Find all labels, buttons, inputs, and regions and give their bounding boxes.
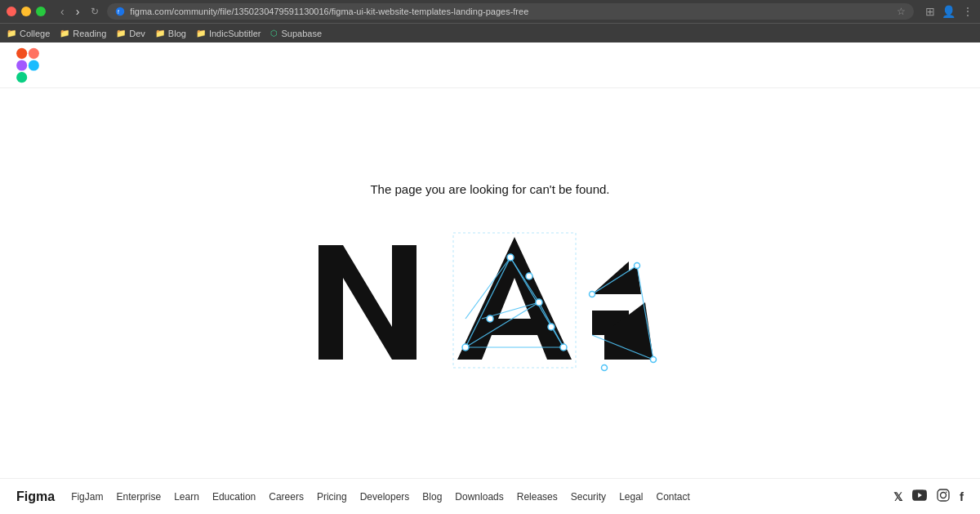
url-text: figma.com/community/file/135023047959113… xyxy=(130,7,892,16)
footer-link-developers[interactable]: Developers xyxy=(360,491,410,503)
address-bar[interactable]: f figma.com/community/file/1350230479591… xyxy=(107,3,914,20)
footer-link-releases[interactable]: Releases xyxy=(517,491,558,503)
folder-icon: 📁 xyxy=(155,29,165,38)
favicon: f xyxy=(115,7,125,16)
svg-point-38 xyxy=(941,492,947,498)
footer-link-security[interactable]: Security xyxy=(571,491,606,503)
footer-link-contact[interactable]: Contact xyxy=(657,491,690,503)
browser-titlebar: ‹ › ↻ f figma.com/community/file/1350230… xyxy=(0,0,980,23)
svg-rect-37 xyxy=(938,489,949,501)
footer-link-education[interactable]: Education xyxy=(212,491,256,503)
svg-marker-28 xyxy=(596,266,641,294)
svg-point-32 xyxy=(590,292,595,297)
svg-point-19 xyxy=(507,254,514,261)
footer: Figma FigJam Enterprise Learn Education … xyxy=(0,478,980,514)
svg-marker-7 xyxy=(318,245,416,360)
maximize-button[interactable] xyxy=(36,7,46,16)
bookmark-blog[interactable]: 📁 Blog xyxy=(155,29,186,38)
footer-links: FigJam Enterprise Learn Education Career… xyxy=(71,491,690,503)
not-found-graphic xyxy=(302,221,678,384)
refresh-button[interactable]: ↻ xyxy=(87,4,102,19)
youtube-icon[interactable] xyxy=(912,489,927,504)
svg-point-39 xyxy=(946,491,947,493)
bookmark-label: Supabase xyxy=(281,29,322,38)
figma-logo-svg xyxy=(13,47,42,83)
close-button[interactable] xyxy=(7,7,16,16)
bookmark-label: Dev xyxy=(129,29,145,38)
svg-point-23 xyxy=(526,273,532,279)
bookmarks-bar: 📁 College 📁 Reading 📁 Dev 📁 Blog 📁 Indic… xyxy=(0,23,980,42)
figma-header xyxy=(0,42,980,88)
svg-marker-9 xyxy=(486,319,543,335)
footer-social: 𝕏 f xyxy=(893,489,964,505)
svg-rect-3 xyxy=(29,47,39,58)
main-content: The page you are looking for can't be fo… xyxy=(0,88,980,478)
not-found-message: The page you are looking for can't be fo… xyxy=(370,182,609,196)
bookmark-reading[interactable]: 📁 Reading xyxy=(60,29,106,38)
bookmark-dev[interactable]: 📁 Dev xyxy=(116,29,145,38)
bookmark-label: IndicSubtitler xyxy=(209,29,261,38)
bookmark-college[interactable]: 📁 College xyxy=(7,29,50,38)
footer-link-learn[interactable]: Learn xyxy=(174,491,199,503)
bookmark-label: Blog xyxy=(168,29,186,38)
svg-point-18 xyxy=(462,344,469,351)
folder-icon: 📁 xyxy=(116,29,126,38)
not-found-svg xyxy=(302,221,678,384)
bookmark-label: Reading xyxy=(73,29,106,38)
svg-point-22 xyxy=(487,315,493,322)
browser-chrome: ‹ › ↻ f figma.com/community/file/1350230… xyxy=(0,0,980,42)
bookmark-label: College xyxy=(20,29,50,38)
bookmark-star[interactable]: ☆ xyxy=(897,6,906,17)
instagram-icon[interactable] xyxy=(937,489,950,505)
footer-brand: Figma xyxy=(16,489,55,504)
folder-icon: 📁 xyxy=(196,29,206,38)
profile-icon[interactable]: 👤 xyxy=(942,5,956,18)
folder-icon: 📁 xyxy=(7,29,16,38)
svg-rect-2 xyxy=(16,47,27,58)
minimize-button[interactable] xyxy=(21,7,31,16)
browser-nav-icons: ⊞ 👤 ⋮ xyxy=(925,5,973,18)
svg-point-6 xyxy=(29,60,39,70)
extensions-icon[interactable]: ⊞ xyxy=(925,5,935,18)
forward-button[interactable]: › xyxy=(73,3,83,20)
svg-marker-8 xyxy=(457,237,572,360)
footer-link-figjam[interactable]: FigJam xyxy=(71,491,103,503)
menu-icon[interactable]: ⋮ xyxy=(962,5,973,18)
svg-point-21 xyxy=(560,344,567,351)
svg-point-35 xyxy=(602,365,608,371)
svg-rect-4 xyxy=(16,60,27,70)
footer-link-downloads[interactable]: Downloads xyxy=(455,491,503,503)
facebook-icon[interactable]: f xyxy=(960,489,964,503)
twitter-icon[interactable]: 𝕏 xyxy=(893,490,902,503)
svg-point-24 xyxy=(548,324,555,330)
footer-left: Figma FigJam Enterprise Learn Education … xyxy=(16,489,690,504)
supabase-icon: ⬡ xyxy=(270,29,278,38)
folder-icon: 📁 xyxy=(60,29,69,38)
bookmark-indicsubtitler[interactable]: 📁 IndicSubtitler xyxy=(196,29,261,38)
footer-link-blog[interactable]: Blog xyxy=(422,491,442,503)
svg-point-20 xyxy=(536,299,542,306)
svg-rect-5 xyxy=(16,72,27,83)
footer-link-careers[interactable]: Careers xyxy=(269,491,304,503)
svg-point-33 xyxy=(635,263,640,269)
svg-text:f: f xyxy=(118,9,119,15)
svg-point-34 xyxy=(651,357,657,363)
back-button[interactable]: ‹ xyxy=(57,3,68,20)
figma-logo[interactable] xyxy=(13,47,42,83)
footer-link-legal[interactable]: Legal xyxy=(619,491,643,503)
footer-link-pricing[interactable]: Pricing xyxy=(317,491,347,503)
bookmark-supabase[interactable]: ⬡ Supabase xyxy=(270,29,322,38)
page-content: The page you are looking for can't be fo… xyxy=(0,42,980,514)
footer-link-enterprise[interactable]: Enterprise xyxy=(116,491,161,503)
